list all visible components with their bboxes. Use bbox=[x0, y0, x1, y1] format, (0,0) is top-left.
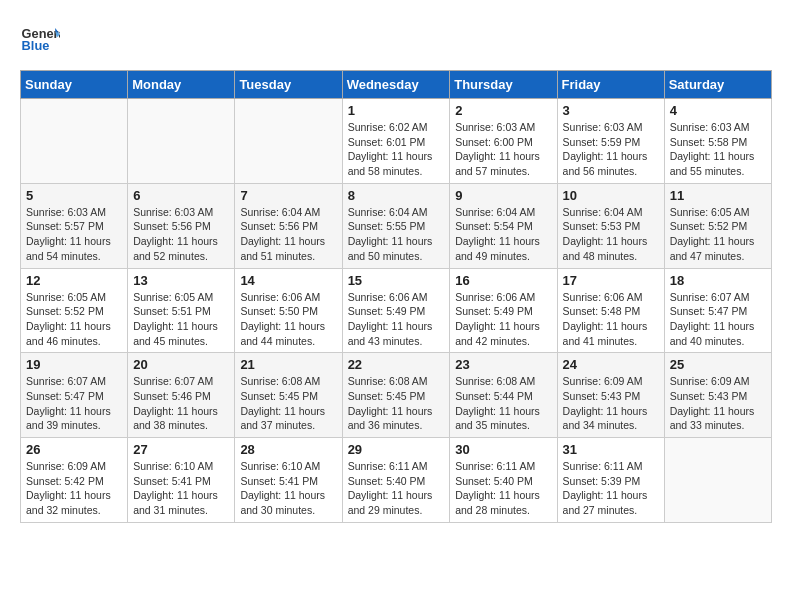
day-number: 1 bbox=[348, 103, 445, 118]
calendar-cell bbox=[128, 99, 235, 184]
weekday-header-monday: Monday bbox=[128, 71, 235, 99]
logo: General Blue bbox=[20, 20, 60, 60]
day-info: Sunrise: 6:11 AMSunset: 5:39 PMDaylight:… bbox=[563, 459, 659, 518]
day-info: Sunrise: 6:03 AMSunset: 5:59 PMDaylight:… bbox=[563, 120, 659, 179]
calendar-cell: 7Sunrise: 6:04 AMSunset: 5:56 PMDaylight… bbox=[235, 183, 342, 268]
day-number: 2 bbox=[455, 103, 551, 118]
day-info: Sunrise: 6:05 AMSunset: 5:52 PMDaylight:… bbox=[670, 205, 766, 264]
calendar-week-4: 19Sunrise: 6:07 AMSunset: 5:47 PMDayligh… bbox=[21, 353, 772, 438]
calendar-cell: 14Sunrise: 6:06 AMSunset: 5:50 PMDayligh… bbox=[235, 268, 342, 353]
day-number: 12 bbox=[26, 273, 122, 288]
calendar-cell: 9Sunrise: 6:04 AMSunset: 5:54 PMDaylight… bbox=[450, 183, 557, 268]
day-info: Sunrise: 6:04 AMSunset: 5:56 PMDaylight:… bbox=[240, 205, 336, 264]
calendar-cell: 25Sunrise: 6:09 AMSunset: 5:43 PMDayligh… bbox=[664, 353, 771, 438]
calendar-cell: 2Sunrise: 6:03 AMSunset: 6:00 PMDaylight… bbox=[450, 99, 557, 184]
day-info: Sunrise: 6:02 AMSunset: 6:01 PMDaylight:… bbox=[348, 120, 445, 179]
calendar-cell: 16Sunrise: 6:06 AMSunset: 5:49 PMDayligh… bbox=[450, 268, 557, 353]
calendar-cell: 11Sunrise: 6:05 AMSunset: 5:52 PMDayligh… bbox=[664, 183, 771, 268]
calendar-cell: 20Sunrise: 6:07 AMSunset: 5:46 PMDayligh… bbox=[128, 353, 235, 438]
day-number: 26 bbox=[26, 442, 122, 457]
day-info: Sunrise: 6:03 AMSunset: 6:00 PMDaylight:… bbox=[455, 120, 551, 179]
calendar-week-2: 5Sunrise: 6:03 AMSunset: 5:57 PMDaylight… bbox=[21, 183, 772, 268]
day-info: Sunrise: 6:04 AMSunset: 5:55 PMDaylight:… bbox=[348, 205, 445, 264]
weekday-header-sunday: Sunday bbox=[21, 71, 128, 99]
day-number: 6 bbox=[133, 188, 229, 203]
day-info: Sunrise: 6:07 AMSunset: 5:46 PMDaylight:… bbox=[133, 374, 229, 433]
day-info: Sunrise: 6:07 AMSunset: 5:47 PMDaylight:… bbox=[670, 290, 766, 349]
day-info: Sunrise: 6:08 AMSunset: 5:45 PMDaylight:… bbox=[240, 374, 336, 433]
calendar-cell: 4Sunrise: 6:03 AMSunset: 5:58 PMDaylight… bbox=[664, 99, 771, 184]
day-info: Sunrise: 6:11 AMSunset: 5:40 PMDaylight:… bbox=[348, 459, 445, 518]
calendar-cell: 27Sunrise: 6:10 AMSunset: 5:41 PMDayligh… bbox=[128, 438, 235, 523]
calendar-cell bbox=[235, 99, 342, 184]
day-number: 15 bbox=[348, 273, 445, 288]
day-info: Sunrise: 6:08 AMSunset: 5:44 PMDaylight:… bbox=[455, 374, 551, 433]
day-info: Sunrise: 6:09 AMSunset: 5:43 PMDaylight:… bbox=[670, 374, 766, 433]
calendar-week-5: 26Sunrise: 6:09 AMSunset: 5:42 PMDayligh… bbox=[21, 438, 772, 523]
calendar-cell: 22Sunrise: 6:08 AMSunset: 5:45 PMDayligh… bbox=[342, 353, 450, 438]
calendar-cell: 6Sunrise: 6:03 AMSunset: 5:56 PMDaylight… bbox=[128, 183, 235, 268]
page-header: General Blue bbox=[20, 20, 772, 60]
day-info: Sunrise: 6:05 AMSunset: 5:51 PMDaylight:… bbox=[133, 290, 229, 349]
day-number: 23 bbox=[455, 357, 551, 372]
day-number: 10 bbox=[563, 188, 659, 203]
day-number: 14 bbox=[240, 273, 336, 288]
day-info: Sunrise: 6:06 AMSunset: 5:49 PMDaylight:… bbox=[455, 290, 551, 349]
calendar-cell: 31Sunrise: 6:11 AMSunset: 5:39 PMDayligh… bbox=[557, 438, 664, 523]
calendar-cell: 18Sunrise: 6:07 AMSunset: 5:47 PMDayligh… bbox=[664, 268, 771, 353]
day-number: 9 bbox=[455, 188, 551, 203]
day-number: 25 bbox=[670, 357, 766, 372]
day-info: Sunrise: 6:04 AMSunset: 5:54 PMDaylight:… bbox=[455, 205, 551, 264]
weekday-header-friday: Friday bbox=[557, 71, 664, 99]
calendar-cell: 26Sunrise: 6:09 AMSunset: 5:42 PMDayligh… bbox=[21, 438, 128, 523]
calendar-cell bbox=[21, 99, 128, 184]
day-info: Sunrise: 6:10 AMSunset: 5:41 PMDaylight:… bbox=[240, 459, 336, 518]
day-number: 27 bbox=[133, 442, 229, 457]
day-number: 7 bbox=[240, 188, 336, 203]
day-info: Sunrise: 6:03 AMSunset: 5:56 PMDaylight:… bbox=[133, 205, 229, 264]
calendar-cell: 29Sunrise: 6:11 AMSunset: 5:40 PMDayligh… bbox=[342, 438, 450, 523]
calendar-cell: 10Sunrise: 6:04 AMSunset: 5:53 PMDayligh… bbox=[557, 183, 664, 268]
calendar-cell: 21Sunrise: 6:08 AMSunset: 5:45 PMDayligh… bbox=[235, 353, 342, 438]
day-number: 5 bbox=[26, 188, 122, 203]
calendar-cell: 5Sunrise: 6:03 AMSunset: 5:57 PMDaylight… bbox=[21, 183, 128, 268]
calendar-cell: 28Sunrise: 6:10 AMSunset: 5:41 PMDayligh… bbox=[235, 438, 342, 523]
day-number: 3 bbox=[563, 103, 659, 118]
day-info: Sunrise: 6:06 AMSunset: 5:48 PMDaylight:… bbox=[563, 290, 659, 349]
calendar-cell: 3Sunrise: 6:03 AMSunset: 5:59 PMDaylight… bbox=[557, 99, 664, 184]
calendar-cell: 13Sunrise: 6:05 AMSunset: 5:51 PMDayligh… bbox=[128, 268, 235, 353]
day-number: 19 bbox=[26, 357, 122, 372]
calendar-body: 1Sunrise: 6:02 AMSunset: 6:01 PMDaylight… bbox=[21, 99, 772, 523]
calendar-cell: 1Sunrise: 6:02 AMSunset: 6:01 PMDaylight… bbox=[342, 99, 450, 184]
day-number: 21 bbox=[240, 357, 336, 372]
day-info: Sunrise: 6:09 AMSunset: 5:43 PMDaylight:… bbox=[563, 374, 659, 433]
day-number: 17 bbox=[563, 273, 659, 288]
calendar-cell: 30Sunrise: 6:11 AMSunset: 5:40 PMDayligh… bbox=[450, 438, 557, 523]
calendar-cell: 24Sunrise: 6:09 AMSunset: 5:43 PMDayligh… bbox=[557, 353, 664, 438]
day-info: Sunrise: 6:03 AMSunset: 5:57 PMDaylight:… bbox=[26, 205, 122, 264]
day-info: Sunrise: 6:07 AMSunset: 5:47 PMDaylight:… bbox=[26, 374, 122, 433]
calendar-header-row: SundayMondayTuesdayWednesdayThursdayFrid… bbox=[21, 71, 772, 99]
day-number: 30 bbox=[455, 442, 551, 457]
day-number: 18 bbox=[670, 273, 766, 288]
weekday-header-wednesday: Wednesday bbox=[342, 71, 450, 99]
day-info: Sunrise: 6:11 AMSunset: 5:40 PMDaylight:… bbox=[455, 459, 551, 518]
day-number: 16 bbox=[455, 273, 551, 288]
calendar-cell: 12Sunrise: 6:05 AMSunset: 5:52 PMDayligh… bbox=[21, 268, 128, 353]
day-info: Sunrise: 6:06 AMSunset: 5:49 PMDaylight:… bbox=[348, 290, 445, 349]
calendar-cell: 17Sunrise: 6:06 AMSunset: 5:48 PMDayligh… bbox=[557, 268, 664, 353]
day-info: Sunrise: 6:05 AMSunset: 5:52 PMDaylight:… bbox=[26, 290, 122, 349]
weekday-header-saturday: Saturday bbox=[664, 71, 771, 99]
calendar-cell: 19Sunrise: 6:07 AMSunset: 5:47 PMDayligh… bbox=[21, 353, 128, 438]
calendar-cell: 15Sunrise: 6:06 AMSunset: 5:49 PMDayligh… bbox=[342, 268, 450, 353]
calendar-week-1: 1Sunrise: 6:02 AMSunset: 6:01 PMDaylight… bbox=[21, 99, 772, 184]
svg-text:Blue: Blue bbox=[22, 38, 50, 53]
day-number: 29 bbox=[348, 442, 445, 457]
day-number: 8 bbox=[348, 188, 445, 203]
day-number: 20 bbox=[133, 357, 229, 372]
day-info: Sunrise: 6:10 AMSunset: 5:41 PMDaylight:… bbox=[133, 459, 229, 518]
logo-icon: General Blue bbox=[20, 20, 60, 60]
day-info: Sunrise: 6:09 AMSunset: 5:42 PMDaylight:… bbox=[26, 459, 122, 518]
weekday-header-thursday: Thursday bbox=[450, 71, 557, 99]
calendar-cell: 8Sunrise: 6:04 AMSunset: 5:55 PMDaylight… bbox=[342, 183, 450, 268]
